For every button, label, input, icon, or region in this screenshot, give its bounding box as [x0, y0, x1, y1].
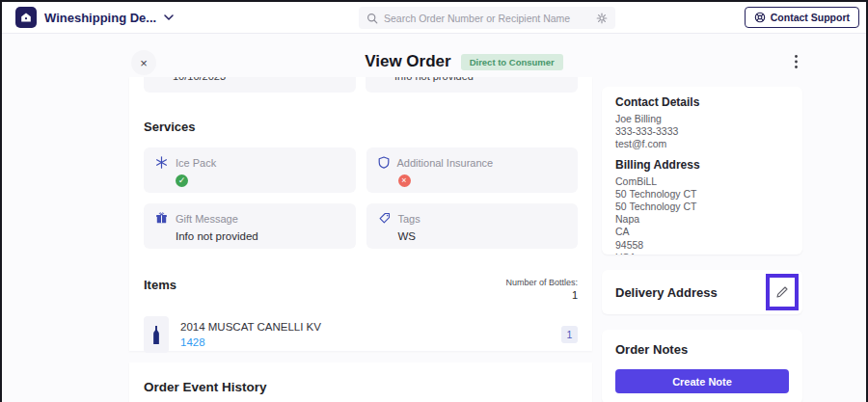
clipped-info-row: 10/10/2023 Info not provided [144, 77, 578, 93]
kebab-menu-icon [794, 54, 799, 69]
search-icon [366, 13, 378, 24]
billing-line: CA [615, 226, 789, 238]
clipped-card-date: 10/10/2023 [144, 77, 356, 93]
service-card-tags: Tags WS [366, 203, 579, 249]
service-card-gift-message: Gift Message Info not provided [144, 203, 356, 249]
house-icon [19, 11, 33, 24]
service-label: Additional Insurance [397, 157, 494, 169]
bottles-label: Number of Bottles: [505, 278, 578, 287]
contact-details-heading: Contact Details [615, 95, 789, 109]
pencil-icon [775, 285, 789, 299]
billing-line: 50 Technology CT [615, 188, 789, 201]
billing-line: Napa [615, 213, 789, 226]
item-thumbnail [144, 316, 169, 353]
check-circle-icon: ✓ [176, 174, 188, 187]
order-event-history-card: Order Event History [129, 362, 592, 402]
items-header: Items Number of Bottles: 1 [144, 278, 578, 301]
snowflake-icon [155, 156, 168, 169]
contact-email: test@f.com [615, 138, 789, 150]
page-title: View Order [365, 52, 450, 71]
search-input[interactable] [384, 13, 590, 24]
item-row: 2014 MUSCAT CANELLI KV 1428 1 [144, 316, 578, 353]
billing-line: ComBiLL [615, 175, 789, 188]
services-grid: Ice Pack ✓ Additional Insurance × [144, 147, 578, 249]
chevron-down-icon [164, 14, 174, 20]
billing-line: USA [615, 252, 789, 255]
app-logo [15, 7, 37, 28]
contact-support-label: Contact Support [771, 12, 850, 23]
contact-phone: 333-333-3333 [615, 125, 789, 138]
search-bar [359, 7, 615, 29]
contact-name: Joe Billing [615, 113, 789, 125]
item-sku-link[interactable]: 1428 [180, 336, 321, 348]
order-event-history-heading: Order Event History [144, 380, 578, 394]
app-name: Wineshipping De... [44, 11, 156, 25]
service-value: Info not provided [176, 230, 344, 242]
items-heading: Items [144, 278, 176, 292]
life-ring-icon [754, 12, 766, 23]
app-switcher[interactable]: Wineshipping De... [15, 7, 174, 28]
contact-support-button[interactable]: Contact Support [745, 7, 859, 28]
gear-icon[interactable] [596, 13, 608, 24]
billing-line: 94558 [615, 239, 789, 252]
clipped-info-text: Info not provided [366, 77, 578, 82]
modal-header: View Order Direct to Consumer [129, 52, 799, 71]
tag-icon [378, 212, 391, 225]
topbar: Wineshipping De... [2, 2, 866, 34]
wine-bottle-icon [151, 325, 161, 345]
clipped-date-text: 10/10/2023 [144, 77, 356, 82]
service-label: Tags [398, 213, 420, 225]
create-note-button[interactable]: Create Note [615, 369, 789, 393]
clipped-card-info: Info not provided [366, 77, 578, 93]
shield-icon [378, 156, 390, 169]
order-type-badge: Direct to Consumer [461, 54, 563, 70]
service-label: Gift Message [176, 213, 238, 225]
order-notes-card: Order Notes Create Note [602, 330, 802, 402]
item-quantity-badge: 1 [561, 326, 578, 343]
billing-address-heading: Billing Address [615, 158, 789, 172]
service-card-ice-pack: Ice Pack ✓ [144, 147, 356, 193]
service-value: WS [398, 230, 567, 242]
gift-icon [155, 212, 168, 225]
billing-line: 50 Technology CT [615, 201, 789, 213]
bottles-count: 1 [505, 289, 578, 301]
service-label: Ice Pack [176, 157, 216, 169]
contact-billing-card: Contact Details Joe Billing 333-333-3333… [602, 87, 802, 255]
more-actions-button[interactable] [787, 53, 804, 72]
cross-circle-icon: × [398, 174, 411, 187]
item-name: 2014 MUSCAT CANELLI KV [180, 321, 321, 333]
delivery-address-heading: Delivery Address [615, 285, 718, 300]
service-card-additional-insurance: Additional Insurance × [366, 147, 579, 193]
order-notes-heading: Order Notes [615, 342, 789, 357]
services-heading: Services [144, 120, 578, 134]
view-order-screen: Wineshipping De... [0, 0, 868, 402]
order-details-card: 10/10/2023 Info not provided Services [129, 77, 592, 351]
edit-delivery-address-button[interactable] [766, 274, 799, 310]
delivery-address-card: Delivery Address [602, 270, 802, 314]
